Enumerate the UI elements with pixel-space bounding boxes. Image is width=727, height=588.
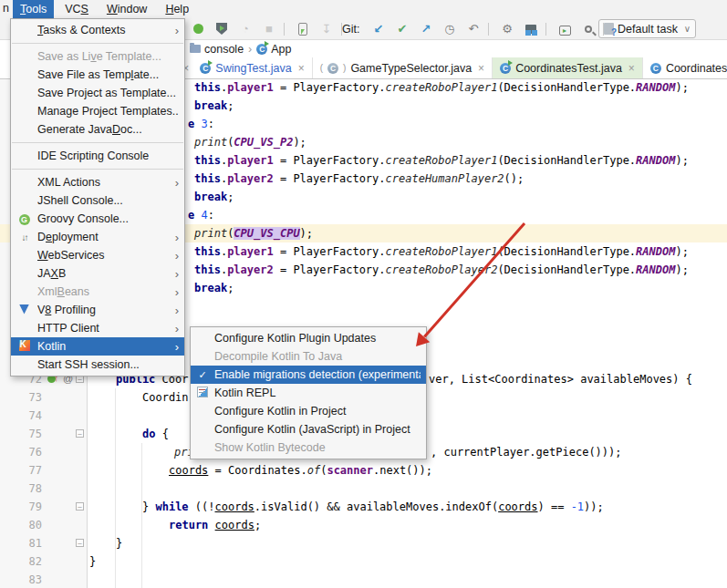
code-line: this.player1 = PlayerFactory.createRoboP… (194, 78, 689, 97)
paren: ) (343, 63, 346, 73)
menu-item-jaxb[interactable]: JAXB› (11, 264, 184, 283)
tab-label: SwingTest.java (215, 62, 291, 75)
menubar-item-help[interactable]: Help (158, 0, 196, 18)
line-number: 81 (15, 534, 42, 552)
code-line: do { (142, 425, 169, 443)
line-number: 80 (15, 516, 42, 534)
submenu-item-configure-kotlin-in-project[interactable]: Configure Kotlin in Project (191, 402, 426, 420)
menu-item-ide-scripting-console[interactable]: IDE Scripting Console (11, 147, 184, 165)
fold-marker-icon[interactable]: – (76, 429, 84, 438)
submenu-item-show-kotlin-bytecode[interactable]: Show Kotlin Bytecode (191, 438, 426, 457)
profiler-icon[interactable]: ◔ (236, 20, 254, 38)
menu-item-save-file-as-template[interactable]: Save File as Template... (11, 66, 184, 84)
submenu-item-configure-kotlin-javascript-in-project[interactable]: Configure Kotlin (JavaScript) in Project (191, 420, 426, 438)
debug-icon[interactable] (189, 20, 207, 38)
submenu-item-decompile-kotlin-to-java[interactable]: Decompile Kotlin To Java (191, 347, 426, 366)
submenu-arrow-icon: › (170, 267, 179, 281)
stop-icon[interactable]: ■ (260, 20, 278, 38)
editor-tab-GameTypeSelector.java[interactable]: (C)GameTypeSelector.java× (313, 57, 493, 78)
tab-close-icon[interactable]: × (628, 62, 635, 75)
fold-marker-icon[interactable]: – (76, 502, 84, 511)
menu-item-save-as-live-template[interactable]: Save as Live Template... (11, 47, 184, 66)
code-line: break; (194, 188, 234, 206)
submenu-item-label: Enable migrations detection (experimenta… (214, 368, 421, 381)
commit-icon[interactable]: ✔ (393, 20, 411, 38)
code-line: e 4: (188, 206, 214, 224)
submenu-arrow-icon: › (170, 249, 179, 263)
code-line: return coords; (169, 516, 261, 534)
code-line: this.player2 = PlayerFactory.createRoboP… (194, 261, 689, 279)
breadcrumb-item-console[interactable]: console (190, 43, 244, 56)
menu-item-label: XML Actions (37, 176, 170, 189)
menu-item-label: JShell Console... (37, 194, 179, 207)
menu-item-kotlin[interactable]: Kotlin› (11, 337, 184, 356)
editor-tab-CoordinatesTest.java[interactable]: CCoordinatesTest.java× (493, 57, 643, 78)
modules-icon[interactable] (522, 20, 540, 38)
device-icon[interactable] (294, 20, 312, 38)
search-icon[interactable] (579, 20, 597, 38)
menu-separator (12, 142, 183, 143)
tab-close-icon[interactable]: × (478, 62, 484, 75)
line-number: 76 (15, 443, 42, 461)
breadcrumb-label: App (271, 43, 291, 56)
run-panel-icon[interactable]: ▸ (556, 20, 574, 38)
coverage-icon[interactable] (213, 20, 231, 38)
menu-item-xml-actions[interactable]: XML Actions› (11, 173, 184, 191)
menu-item-start-ssh-session[interactable]: Start SSH session... (11, 356, 184, 374)
menu-item-label: HTTP Client (37, 322, 170, 335)
menu-item-webservices[interactable]: WebServices› (11, 246, 184, 264)
submenu-arrow-icon: › (170, 285, 179, 299)
menu-item-tasks-contexts[interactable]: Tasks & Contexts› (11, 21, 184, 39)
menu-item-label: V8 Profiling (37, 304, 170, 316)
menu-separator (12, 43, 183, 44)
menu-item-label: IDE Scripting Console (37, 150, 179, 162)
submenu-item-kotlin-repl[interactable]: Kotlin REPL (191, 384, 426, 402)
submenu-item-enable-migrations-detection-experimental[interactable]: ✓Enable migrations detection (experiment… (191, 366, 426, 384)
menu-item-deployment[interactable]: ↓↑Deployment› (11, 228, 184, 246)
rollback-icon[interactable]: ↶ (464, 20, 483, 38)
task-selector-dropdown[interactable]: Default task ∨ (598, 19, 696, 38)
menu-item-label: JAXB (37, 267, 170, 280)
v8-icon (19, 304, 29, 315)
menu-item-v8-profiling[interactable]: V8 Profiling› (11, 301, 184, 319)
kotlin-icon (19, 340, 30, 351)
java-class-icon: C (327, 63, 338, 74)
editor-tab-Coordinates.java[interactable]: CCoordinates.java (643, 57, 727, 78)
fold-marker-icon[interactable]: – (76, 539, 84, 547)
menubar-item-vcs[interactable]: VCS (57, 0, 96, 18)
menu-item-xmlbeans[interactable]: XmlBeans› (11, 283, 184, 301)
menu-item-generate-javadoc[interactable]: Generate JavaDoc... (11, 120, 184, 139)
breadcrumb-item-app[interactable]: CApp (256, 43, 291, 56)
update-icon[interactable]: ↙ (369, 20, 388, 38)
code-line: break; (194, 97, 234, 115)
submenu-item-label: Kotlin REPL (214, 387, 421, 399)
package-icon[interactable]: ↧ (317, 20, 336, 38)
menubar-fragment: n (3, 2, 9, 15)
code-line: } (116, 534, 122, 552)
editor-tab-SwingTest.java[interactable]: CSwingTest.java× (192, 57, 312, 78)
submenu-item-label: Decompile Kotlin To Java (214, 350, 421, 363)
menu-item-groovy-console[interactable]: GGroovy Console... (11, 210, 184, 228)
submenu-item-configure-kotlin-plugin-updates[interactable]: Configure Kotlin Plugin Updates (191, 329, 426, 347)
menu-item-label: WebServices (37, 249, 170, 262)
menu-item-http-client[interactable]: HTTP Client› (11, 319, 184, 337)
menu-item-label: Groovy Console... (37, 212, 179, 225)
menu-item-save-project-as-template[interactable]: Save Project as Template... (11, 84, 184, 102)
settings-wrench-icon[interactable]: ⚙ (498, 20, 516, 38)
push-icon[interactable]: ↗ (417, 20, 435, 38)
menu-item-jshell-console[interactable]: JShell Console... (11, 191, 184, 210)
menu-item-label: Deployment (37, 231, 170, 243)
menu-item-label: Manage Project Templates... (37, 105, 179, 118)
menubar-item-window[interactable]: Window (99, 0, 154, 18)
git-label: Git: (342, 21, 359, 37)
code-line: , currentPlayer.getPiece())); (431, 443, 622, 461)
tab-close-icon[interactable]: × (298, 62, 305, 75)
menu-item-label: XmlBeans (37, 285, 170, 298)
menu-item-manage-project-templates[interactable]: Manage Project Templates... (11, 102, 184, 120)
submenu-item-label: Configure Kotlin Plugin Updates (214, 332, 421, 345)
menubar-item-tools[interactable]: Tools (13, 0, 54, 18)
groovy-icon: G (19, 214, 30, 225)
menu-item-label: Save File as Template... (37, 68, 179, 81)
breadcrumb-separator: › (248, 43, 252, 56)
history-icon[interactable]: ◷ (441, 20, 459, 38)
